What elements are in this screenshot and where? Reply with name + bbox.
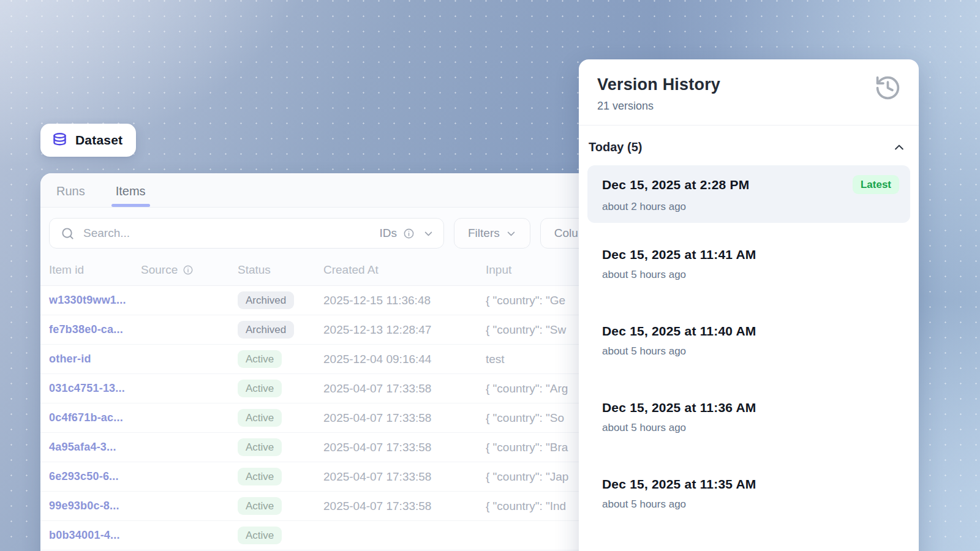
table-row[interactable]: w1330t9ww1... Archived 2025-12-15 11:36:… bbox=[40, 286, 662, 315]
status-badge: Active bbox=[238, 438, 282, 456]
version-date: Dec 15, 2025 at 11:36 AM bbox=[602, 400, 756, 415]
status-badge: Active bbox=[238, 409, 282, 427]
status-badge: Active bbox=[238, 350, 282, 368]
version-date: Dec 15, 2025 at 2:28 PM bbox=[602, 178, 749, 192]
version-relative-time: about 2 hours ago bbox=[602, 201, 899, 213]
created-at-cell: 2025-04-07 17:33:58 bbox=[323, 500, 486, 513]
created-at-cell: 2025-04-07 17:33:58 bbox=[323, 411, 486, 425]
dataset-chip[interactable]: Dataset bbox=[40, 124, 136, 157]
search-input[interactable] bbox=[83, 227, 371, 240]
version-entry[interactable]: Dec 15, 2025 at 11:35 AM about 5 hours a… bbox=[587, 467, 910, 520]
table-row[interactable]: fe7b38e0-ca... Archived 2025-12-13 12:28… bbox=[40, 315, 662, 345]
created-at-cell: 2025-12-15 11:36:48 bbox=[323, 294, 486, 307]
status-badge: Active bbox=[238, 527, 282, 544]
tab-strip: Runs Items bbox=[40, 173, 662, 208]
version-entry[interactable]: Dec 15, 2025 at 11:41 AM about 5 hours a… bbox=[587, 238, 910, 291]
table-row[interactable]: 4a95afa4-3... Active 2025-04-07 17:33:58… bbox=[40, 433, 662, 462]
chevron-down-icon bbox=[423, 228, 434, 239]
table-row[interactable]: b0b34001-4... Active bbox=[40, 521, 662, 550]
version-relative-time: about 5 hours ago bbox=[602, 422, 899, 434]
version-entry[interactable]: Dec 15, 2025 at 11:40 AM about 5 hours a… bbox=[587, 314, 910, 367]
created-at-cell: 2025-04-07 17:33:58 bbox=[323, 470, 486, 484]
item-id-link[interactable]: 0c4f671b-ac... bbox=[49, 411, 141, 424]
version-history-panel: Version History 21 versions Today (5) De… bbox=[579, 59, 919, 551]
chevron-down-icon bbox=[506, 228, 516, 239]
version-history-title: Version History bbox=[597, 75, 902, 94]
dataset-chip-label: Dataset bbox=[75, 133, 123, 148]
version-relative-time: about 5 hours ago bbox=[602, 498, 899, 511]
item-id-link[interactable]: 6e293c50-6... bbox=[49, 470, 141, 483]
version-relative-time: about 5 hours ago bbox=[602, 345, 899, 358]
status-badge: Active bbox=[238, 380, 282, 397]
status-badge: Active bbox=[238, 468, 282, 485]
ids-dropdown-label: IDs bbox=[380, 227, 398, 240]
dataset-panel: Runs Items IDs Filters bbox=[40, 173, 662, 551]
columns-button-label: Colu bbox=[554, 227, 578, 240]
version-group-label: Today (5) bbox=[589, 140, 642, 154]
table-row[interactable]: 6e293c50-6... Active 2025-04-07 17:33:58… bbox=[40, 462, 662, 492]
created-at-cell: 2025-12-04 09:16:44 bbox=[323, 353, 486, 366]
item-id-link[interactable]: 4a95afa4-3... bbox=[49, 441, 141, 454]
item-id-link[interactable]: b0b34001-4... bbox=[49, 529, 141, 542]
col-header-created-at[interactable]: Created At bbox=[323, 263, 486, 277]
item-id-link[interactable]: w1330t9ww1... bbox=[49, 294, 141, 307]
tab-items[interactable]: Items bbox=[116, 182, 146, 207]
item-id-link[interactable]: 99e93b0c-8... bbox=[49, 500, 141, 512]
history-icon[interactable] bbox=[874, 74, 902, 102]
search-icon bbox=[61, 227, 75, 241]
col-header-status[interactable]: Status bbox=[238, 263, 323, 277]
item-id-link[interactable]: 031c4751-13... bbox=[49, 382, 141, 395]
latest-badge: Latest bbox=[853, 175, 899, 194]
table-header: Item id Source Status Created At Input bbox=[40, 258, 662, 286]
version-relative-time: about 5 hours ago bbox=[602, 269, 899, 281]
status-badge: Active bbox=[238, 497, 282, 515]
version-entry[interactable]: Dec 15, 2025 at 11:36 AM about 5 hours a… bbox=[587, 391, 910, 444]
version-entry[interactable]: Dec 15, 2025 at 2:28 PM Latest about 2 h… bbox=[587, 165, 910, 223]
version-history-header: Version History 21 versions bbox=[579, 59, 919, 126]
tab-runs[interactable]: Runs bbox=[56, 182, 85, 207]
status-badge: Archived bbox=[238, 291, 294, 309]
database-icon bbox=[51, 132, 68, 149]
col-header-item-id[interactable]: Item id bbox=[49, 263, 141, 277]
search-box[interactable]: IDs bbox=[49, 218, 444, 249]
item-id-link[interactable]: fe7b38e0-ca... bbox=[49, 323, 141, 336]
version-date: Dec 15, 2025 at 11:41 AM bbox=[602, 247, 756, 262]
chevron-up-icon[interactable] bbox=[893, 141, 905, 154]
info-icon bbox=[183, 264, 194, 276]
version-group-today[interactable]: Today (5) bbox=[579, 126, 919, 165]
created-at-cell: 2025-12-13 12:28:47 bbox=[323, 323, 486, 337]
created-at-cell: 2025-04-07 17:33:58 bbox=[323, 382, 486, 395]
version-date: Dec 15, 2025 at 11:35 AM bbox=[602, 477, 756, 492]
filters-button-label: Filters bbox=[468, 227, 500, 240]
filters-button[interactable]: Filters bbox=[454, 218, 530, 249]
table-row[interactable]: 99e93b0c-8... Active 2025-04-07 17:33:58… bbox=[40, 492, 662, 521]
info-icon bbox=[403, 228, 415, 239]
table-row[interactable]: 031c4751-13... Active 2025-04-07 17:33:5… bbox=[40, 374, 662, 403]
status-badge: Archived bbox=[238, 321, 294, 339]
table-row[interactable]: 0c4f671b-ac... Active 2025-04-07 17:33:5… bbox=[40, 403, 662, 433]
toolbar: IDs Filters Colu bbox=[40, 208, 662, 258]
item-id-link[interactable]: other-id bbox=[49, 353, 141, 365]
ids-dropdown[interactable]: IDs bbox=[371, 227, 434, 240]
table-row[interactable]: other-id Active 2025-12-04 09:16:44 test bbox=[40, 345, 662, 374]
col-header-source[interactable]: Source bbox=[141, 263, 238, 277]
version-date: Dec 15, 2025 at 11:40 AM bbox=[602, 324, 756, 339]
version-count: 21 versions bbox=[597, 100, 902, 113]
created-at-cell: 2025-04-07 17:33:58 bbox=[323, 441, 486, 454]
